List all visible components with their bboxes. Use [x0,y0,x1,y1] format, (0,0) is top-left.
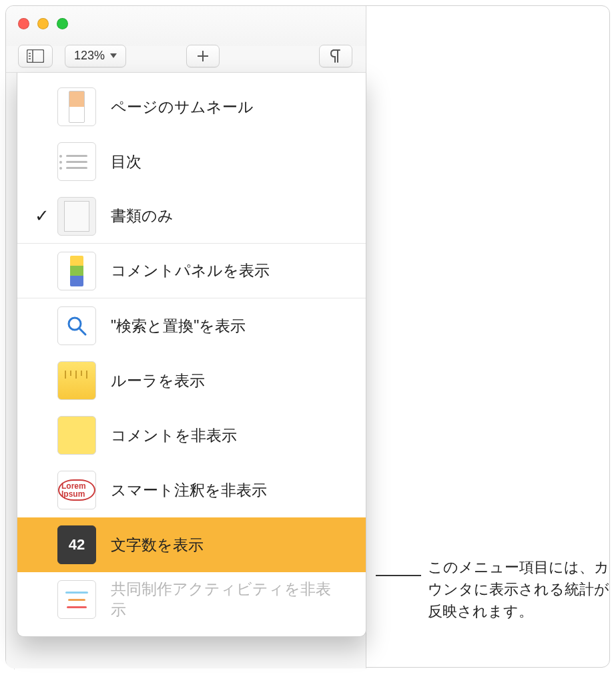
view-menu-button[interactable] [18,45,53,67]
menu-item-hide-collab-activity: 共同制作アクティビティを非表示 [17,572,366,627]
app-window-frame: 123% ページのサムネール [5,5,610,668]
insert-button[interactable] [186,45,220,67]
comment-panel-icon [57,252,96,290]
close-window-button[interactable] [18,18,29,29]
collab-activity-icon [57,580,96,619]
char-count-value: 42 [69,536,85,553]
menu-item-show-find-replace[interactable]: "検索と置換"を表示 [17,298,366,353]
menu-label: 目次 [111,152,141,172]
callout-leader-line [376,575,421,576]
menu-item-show-ruler[interactable]: ルーラを表示 [17,353,366,408]
menu-label: 共同制作アクティビティを非表示 [111,579,346,620]
callout-text: このメニュー項目には、カウンタに表示される統計が反映されます。 [428,556,616,622]
zoom-level-value: 123% [74,49,105,63]
paragraph-marks-button[interactable] [319,45,352,67]
menu-label: 書類のみ [111,206,174,226]
menu-item-hide-comments[interactable]: コメントを非表示 [17,408,366,463]
char-count-icon: 42 [57,525,96,564]
menu-label: スマート注釈を非表示 [111,480,267,501]
menu-item-document-only[interactable]: ✓ 書類のみ [17,189,366,244]
menu-label: コメントを非表示 [111,425,237,446]
menu-label: ルーラを表示 [111,371,205,391]
search-icon [57,306,96,345]
plus-icon [196,49,210,63]
chevron-down-icon [110,53,117,58]
menu-item-show-char-count[interactable]: 42 文字数を表示 [17,517,366,572]
menu-label: 文字数を表示 [111,535,204,555]
menu-label: コメントパネルを表示 [111,260,270,281]
document-only-icon [57,197,96,236]
menu-item-hide-smart-annotations[interactable]: Lorem Ipsum スマート注釈を非表示 [17,463,366,517]
menu-label: "検索と置換"を表示 [111,316,246,336]
minimize-window-button[interactable] [37,18,49,29]
toc-icon [57,142,96,181]
zoom-window-button[interactable] [57,18,68,29]
app-window: 123% ページのサムネール [6,6,366,668]
checkmark-icon: ✓ [35,206,49,226]
smart-annotation-icon: Lorem Ipsum [57,471,96,509]
menu-item-show-comment-panel[interactable]: コメントパネルを表示 [17,244,366,298]
menu-item-page-thumbnails[interactable]: ページのサムネール [17,79,366,134]
sidebar-icon [27,49,44,63]
svg-line-8 [79,328,85,334]
ruler-icon [57,361,96,400]
comment-icon [57,416,96,455]
zoom-level-dropdown[interactable]: 123% [65,45,126,67]
window-controls [18,18,68,29]
view-dropdown-menu: ページのサムネール 目次 ✓ 書類のみ コメントパネルを表示 "検索と置換"を表… [17,73,366,637]
page-thumbnails-icon [57,87,96,126]
toolbar: 123% [6,39,366,73]
menu-item-toc[interactable]: 目次 [17,134,366,189]
menu-label: ページのサムネール [111,97,254,118]
pilcrow-icon [329,49,342,63]
